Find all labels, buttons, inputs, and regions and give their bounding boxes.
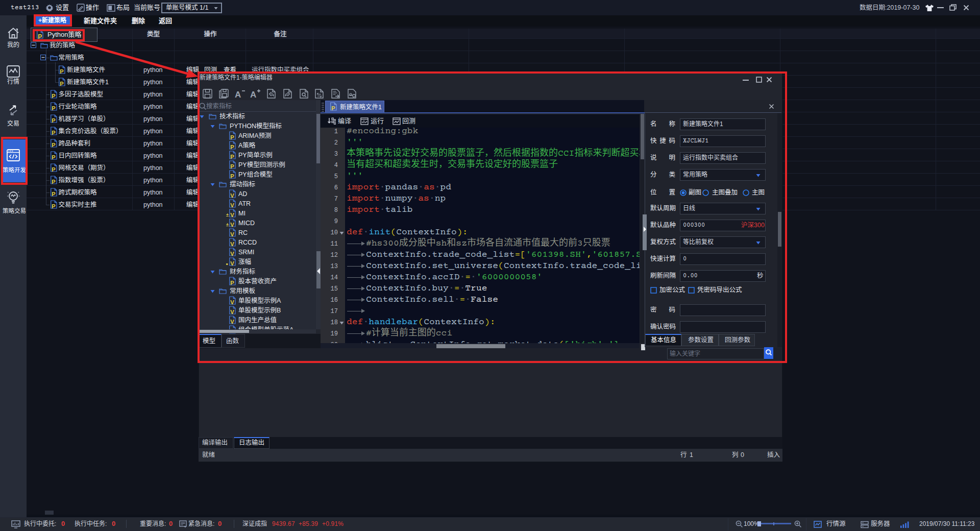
svg-text:P: P (52, 105, 55, 111)
svg-text:P: P (52, 93, 55, 99)
svg-text:P: P (52, 166, 55, 173)
svg-text:P: P (52, 142, 55, 148)
svg-text:P: P (52, 179, 55, 185)
svg-text:P: P (52, 117, 55, 124)
svg-text:P: P (52, 203, 55, 209)
svg-text:P: P (52, 130, 55, 136)
svg-text:P: P (52, 191, 55, 197)
svg-text:P: P (52, 154, 55, 160)
